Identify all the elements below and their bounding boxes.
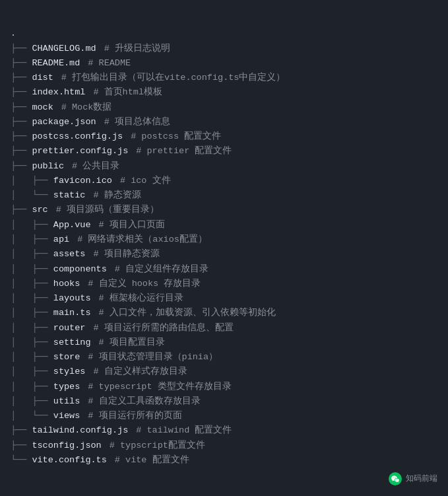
file-comment: # ico 文件 (120, 174, 171, 188)
file-comment: # README (88, 56, 131, 71)
tree-line: │ ├── api# 网络请求相关（axios配置） (11, 232, 437, 247)
filename: main.ts (53, 306, 91, 320)
tree-line: ├── postcss.config.js# postcss 配置文件 (11, 129, 437, 144)
file-comment: # 项目总体信息 (104, 115, 170, 129)
file-comment: # 入口文件，加载资源、引入依赖等初始化 (99, 306, 276, 320)
file-comment: # tailwind 配置文件 (136, 423, 232, 438)
file-comment: # Mock数据 (61, 100, 112, 115)
tree-prefix: ├── (11, 100, 32, 115)
tree-indent: │ (11, 306, 32, 320)
tree-indent: │ (11, 365, 32, 379)
tree-prefix: └── (32, 188, 53, 203)
filename: components (53, 262, 107, 277)
tree-line: ├── prettier.config.js# prettier 配置文件 (11, 144, 437, 159)
tree-line: ├── index.html# 首页html模板 (11, 85, 437, 100)
tree-line: ├── public# 公共目录 (11, 159, 437, 174)
filename: styles (53, 365, 86, 379)
tree-indent: │ (11, 394, 32, 409)
tree-prefix: ├── (32, 232, 53, 247)
tree-prefix: ├── (32, 380, 53, 394)
tree-prefix: ├── (11, 56, 32, 71)
tree-indent: │ (11, 218, 32, 232)
tree-prefix: ├── (32, 394, 53, 409)
filename: prettier.config.js (32, 144, 128, 159)
filename: tsconfig.json (32, 439, 101, 453)
tree-prefix: ├── (32, 262, 53, 277)
filename: README.md (32, 56, 80, 71)
tree-indent: │ (11, 262, 32, 277)
tree-indent: │ (11, 336, 32, 350)
tree-line: │ ├── hooks# 自定义 hooks 存放目录 (11, 277, 437, 291)
tree-prefix: ├── (11, 85, 32, 100)
file-comment: # 项目源码（重要目录） (56, 203, 159, 217)
filename: assets (53, 247, 86, 262)
tree-indent: │ (11, 321, 32, 336)
filename: index.html (32, 85, 85, 100)
tree-line: │ ├── components# 自定义组件存放目录 (11, 262, 437, 277)
tree-line: │ ├── layouts# 框架核心运行目录 (11, 291, 437, 306)
filename: types (53, 380, 80, 394)
filename: store (53, 350, 80, 365)
file-comment: # 打包输出目录（可以在vite.config.ts中自定义） (61, 71, 286, 85)
tree-line: └── vite.config.ts# vite 配置文件 (11, 453, 437, 468)
tree-indent: │ (11, 174, 32, 188)
filename: vite.config.ts (32, 453, 106, 468)
tree-prefix: ├── (11, 203, 32, 217)
tree-line: │ ├── router# 项目运行所需的路由信息、配置 (11, 321, 437, 336)
filename: App.vue (53, 218, 91, 232)
tree-prefix: ├── (32, 291, 53, 306)
file-comment: # 升级日志说明 (104, 42, 170, 56)
tree-prefix: └── (32, 409, 53, 423)
tree-prefix: ├── (32, 365, 53, 379)
file-comment: # 网络请求相关（axios配置） (77, 232, 207, 247)
tree-line: │ ├── setting# 项目配置目录 (11, 336, 437, 350)
tree-line: │ ├── assets# 项目静态资源 (11, 247, 437, 262)
file-comment: # 项目静态资源 (93, 247, 159, 262)
tree-prefix: ├── (32, 277, 53, 291)
filename: postcss.config.js (32, 129, 123, 144)
tree-line: │ ├── App.vue# 项目入口页面 (11, 218, 437, 232)
file-comment: # typescript 类型文件存放目录 (88, 380, 231, 394)
file-tree: .├── CHANGELOG.md# 升级日志说明├── README.md# … (11, 12, 437, 468)
file-comment: # vite 配置文件 (115, 453, 189, 468)
file-comment: # 自定义样式存放目录 (93, 365, 187, 379)
filename: static (53, 188, 86, 203)
tree-line: ├── package.json# 项目总体信息 (11, 115, 437, 129)
filename: package.json (32, 115, 96, 129)
tree-prefix: ├── (32, 174, 53, 188)
tree-indent: │ (11, 409, 32, 423)
filename: utils (53, 394, 80, 409)
tree-line: │ ├── types# typescript 类型文件存放目录 (11, 380, 437, 394)
tree-prefix: ├── (11, 144, 32, 159)
tree-prefix: ├── (32, 247, 53, 262)
file-comment: # 项目配置目录 (99, 336, 165, 350)
tree-line: ├── tailwind.config.js# tailwind 配置文件 (11, 423, 437, 438)
tree-line: ├── mock# Mock数据 (11, 100, 437, 115)
tree-line: ├── README.md# README (11, 56, 437, 71)
file-comment: # 公共目录 (72, 159, 119, 174)
filename: dist (32, 71, 53, 85)
file-comment: # 框架核心运行目录 (99, 291, 183, 306)
tree-line: ├── tsconfig.json# typscript配置文件 (11, 439, 437, 453)
tree-line: . (11, 26, 437, 41)
tree-line: │ └── static# 静态资源 (11, 188, 437, 203)
tree-prefix: ├── (32, 306, 53, 320)
file-comment: # 静态资源 (93, 188, 141, 203)
tree-prefix: ├── (32, 218, 53, 232)
tree-line: │ ├── store# 项目状态管理目录（pinia） (11, 350, 437, 365)
file-comment: # 自定义工具函数存放目录 (88, 394, 200, 409)
tree-prefix: ├── (11, 129, 32, 144)
tree-prefix: ├── (11, 159, 32, 174)
file-comment: # prettier 配置文件 (136, 144, 232, 159)
filename: favicon.ico (53, 174, 112, 188)
file-comment: # postcss 配置文件 (131, 129, 221, 144)
watermark: 知码前端 (389, 472, 437, 485)
file-comment: # 项目运行所有的页面 (88, 409, 181, 423)
tree-prefix: ├── (11, 439, 32, 453)
tree-line: │ └── views# 项目运行所有的页面 (11, 409, 437, 423)
file-comment: # 自定义组件存放目录 (115, 262, 208, 277)
file-comment: # 自定义 hooks 存放目录 (88, 277, 201, 291)
tree-prefix: ├── (32, 336, 53, 350)
tree-line: │ ├── main.ts# 入口文件，加载资源、引入依赖等初始化 (11, 306, 437, 320)
tree-prefix: └── (11, 453, 32, 468)
